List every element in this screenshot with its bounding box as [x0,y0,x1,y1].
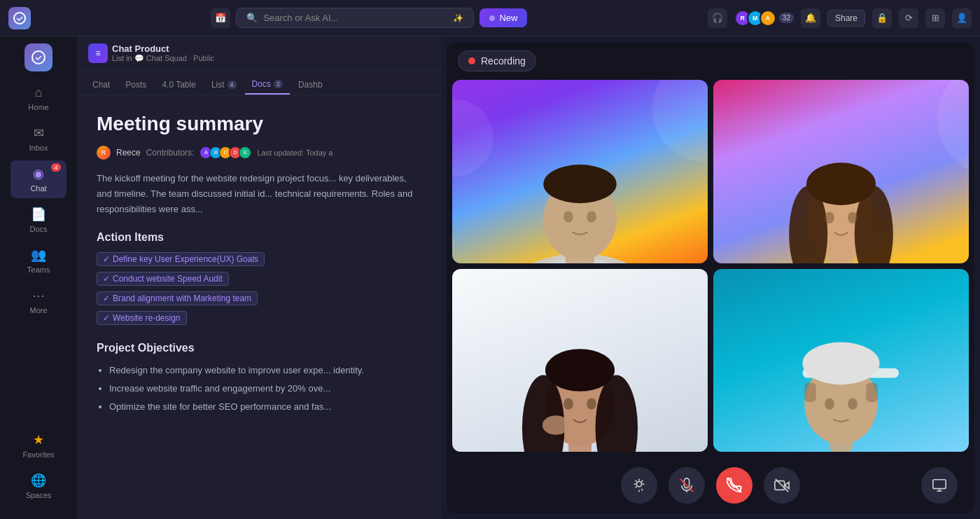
doc-header: ≡ Chat Product List in 💬 Chat Squad · Pu… [77,36,441,71]
author-name: Reece [116,148,141,158]
tab-list[interactable]: List 4 [204,76,244,94]
bell-icon[interactable]: 🔔 [801,8,820,28]
sync-icon[interactable]: ⟳ [899,8,918,28]
teams-icon: 👥 [31,247,46,263]
new-button[interactable]: New [479,8,527,27]
docs-icon: 📄 [31,207,46,222]
user-icon[interactable]: 👤 [952,8,972,28]
contrib-5: E [239,146,251,159]
app-logo [8,7,31,29]
controls-bar [447,457,974,513]
svg-point-3 [652,80,708,162]
svg-point-35 [802,342,879,385]
svg-point-27 [545,349,615,392]
svg-point-4 [452,215,455,263]
action-items-heading: Action Items [97,231,421,244]
favorites-icon: ★ [33,432,44,448]
avatar-count: 32 [779,13,794,23]
sidebar-label-home: Home [28,103,48,111]
ai-icon: ✨ [453,13,463,23]
svg-point-0 [14,13,25,24]
lock-icon[interactable]: 🔒 [872,8,892,28]
objective-1: Redesign the company website to improve … [109,363,421,378]
check-badge-4: ✓ Website re-design [97,311,187,325]
chat-badge: 4 [51,163,61,172]
sidebar-item-chat[interactable]: 4 ◉ Chat [10,160,66,198]
svg-rect-45 [775,481,785,490]
sidebar-label-teams: Teams [27,265,50,274]
sidebar-label-more: More [29,306,47,314]
action-item-4: ✓ Website re-design [97,311,421,325]
sidebar-label-favorites: Favorites [22,450,54,459]
headphone-icon[interactable]: 🎧 [708,8,727,28]
svg-rect-37 [866,382,878,402]
check-badge-3: ✓ Brand alignment with Marketing team [97,291,258,305]
screen-share-button[interactable] [921,467,958,504]
svg-point-11 [587,211,596,223]
tab-posts[interactable]: Posts [118,76,153,94]
home-icon: ⌂ [35,85,43,100]
svg-point-1 [32,51,45,64]
top-bar-center: 📅 🔍 Search or Ask AI... ✨ New [36,8,702,28]
objective-3: Optimize the site for better SEO perform… [109,399,421,415]
sidebar-bottom: ★ Favorites 🌐 Spaces [10,427,66,512]
recording-badge: Recording [458,50,536,71]
svg-point-10 [564,211,573,223]
svg-point-12 [937,80,969,177]
sidebar-item-inbox[interactable]: ✉ Inbox [10,120,66,158]
project-objectives-list: Redesign the company website to improve … [97,363,421,415]
camera-button[interactable] [764,467,800,504]
end-call-button[interactable] [716,467,752,504]
doc-content: Meeting summary R Reece Contributors: A … [77,95,441,519]
video-panel: Recording [447,42,974,513]
tab-dashb[interactable]: Dashb [291,76,330,94]
objective-2: Increase website traffic and engagement … [109,381,421,396]
sidebar-label-spaces: Spaces [26,491,52,499]
svg-point-30 [542,415,570,435]
video-cell-2 [713,80,969,263]
video-cell-4 [713,269,969,452]
mute-button[interactable] [668,467,705,504]
grid-icon[interactable]: ⊞ [925,8,945,28]
sidebar: ⌂ Home ✉ Inbox 4 ◉ Chat 📄 Docs 👥 Teams ⋯… [0,36,77,519]
action-item-1: ✓ Define key User Experience(UX) Goals [97,252,421,266]
top-bar-left [8,7,31,29]
svg-point-29 [587,398,596,410]
svg-point-40 [636,482,641,487]
sidebar-item-favorites[interactable]: ★ Favorites [10,427,66,464]
tab-bar: Chat Posts 4.0 Table List 4 Docs 2 Dashb [77,71,441,95]
sidebar-item-teams[interactable]: 👥 Teams [10,242,66,279]
sidebar-item-docs[interactable]: 📄 Docs [10,201,66,239]
sidebar-item-more[interactable]: ⋯ More [10,282,66,320]
check-badge-1: ✓ Define key User Experience(UX) Goals [97,252,265,266]
doc-meta: R Reece Contributors: A B C D E Last upd… [97,146,421,160]
top-bar: 📅 🔍 Search or Ask AI... ✨ New 🎧 R M A 32… [0,0,980,36]
docs-badge: 2 [274,80,283,88]
content-area: ≡ Chat Product List in 💬 Chat Squad · Pu… [77,36,980,519]
main-layout: ⌂ Home ✉ Inbox 4 ◉ Chat 📄 Docs 👥 Teams ⋯… [0,36,980,519]
sidebar-item-home[interactable]: ⌂ Home [10,80,66,117]
search-bar[interactable]: 🔍 Search or Ask AI... ✨ [236,8,474,28]
sidebar-logo [24,43,52,71]
action-item-2: ✓ Conduct website Speed Audit [97,272,421,286]
sidebar-label-docs: Docs [29,225,47,233]
tab-table[interactable]: 4.0 Table [155,76,203,94]
svg-point-19 [806,162,876,205]
doc-title: Meeting summary [97,112,421,136]
doc-panel: ≡ Chat Product List in 💬 Chat Squad · Pu… [77,36,441,519]
doc-header-info: Chat Product List in 💬 Chat Squad · Publ… [112,43,430,63]
sidebar-item-spaces[interactable]: 🌐 Spaces [10,467,66,505]
calendar-icon[interactable]: 📅 [211,8,230,28]
svg-point-21 [848,212,858,224]
svg-point-2 [452,99,493,177]
share-button[interactable]: Share [827,10,865,27]
last-updated: Last updated: Today a [257,148,332,157]
tab-docs[interactable]: Docs 2 [245,75,290,95]
recording-bar: Recording [447,42,974,80]
check-badge-2: ✓ Conduct website Speed Audit [97,272,229,286]
inbox-icon: ✉ [34,125,44,141]
video-cell-1 [452,80,708,263]
list-badge: 4 [227,81,237,89]
wave-button[interactable] [621,467,657,504]
tab-chat[interactable]: Chat [85,76,117,94]
